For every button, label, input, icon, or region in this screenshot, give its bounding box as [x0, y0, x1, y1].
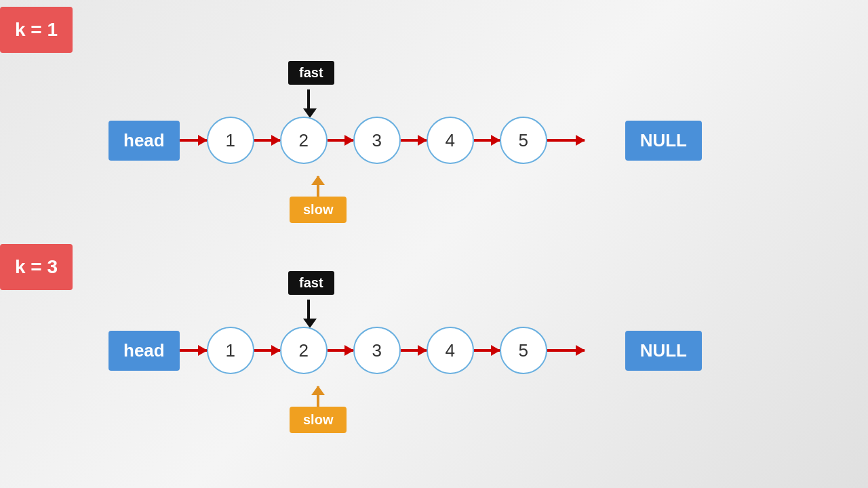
node-2-2: 2: [280, 327, 328, 374]
arrow-3-4-1: [401, 139, 427, 142]
node-to-null-arrow-1: [547, 139, 585, 142]
arrow-1-2-2: [254, 349, 280, 352]
slow-container-1: slow: [290, 176, 347, 223]
arrow-1-2-1: [254, 139, 280, 142]
node-4-2: 4: [427, 327, 474, 374]
head-to-node-arrow-2: [180, 349, 207, 352]
arrow-4-5-2: [474, 349, 500, 352]
node-2-1: 2: [280, 117, 328, 164]
node-to-null-arrow-2: [547, 349, 585, 352]
null-box-2: NULL: [625, 331, 702, 371]
k3-badge: k = 3: [0, 244, 73, 290]
slow-arrow-up-2: [317, 386, 319, 407]
node-5-1: 5: [500, 117, 547, 164]
node-4-1: 4: [427, 117, 474, 164]
list-row-1: head 1 2 3 4 5 NULL: [108, 117, 702, 164]
slow-label-2: slow: [290, 407, 347, 433]
k1-badge: k = 1: [0, 7, 73, 53]
node-3-2: 3: [353, 327, 401, 374]
arrow-2-3-1: [328, 139, 353, 142]
slow-container-2: slow: [290, 386, 347, 433]
slow-arrow-up-1: [317, 176, 319, 197]
head-box-2: head: [108, 331, 180, 371]
arrow-2-3-2: [328, 349, 353, 352]
head-box-1: head: [108, 121, 180, 161]
fast-label-1: fast: [288, 61, 334, 85]
fast-label-2: fast: [288, 271, 334, 295]
head-to-node-arrow-1: [180, 139, 207, 142]
node-1-1: 1: [207, 117, 254, 164]
node-3-1: 3: [353, 117, 401, 164]
null-box-1: NULL: [625, 121, 702, 161]
arrow-3-4-2: [401, 349, 427, 352]
node-5-2: 5: [500, 327, 547, 374]
arrow-4-5-1: [474, 139, 500, 142]
node-1-2: 1: [207, 327, 254, 374]
slow-label-1: slow: [290, 197, 347, 223]
list-row-2: head 1 2 3 4 5 NULL: [108, 327, 702, 374]
